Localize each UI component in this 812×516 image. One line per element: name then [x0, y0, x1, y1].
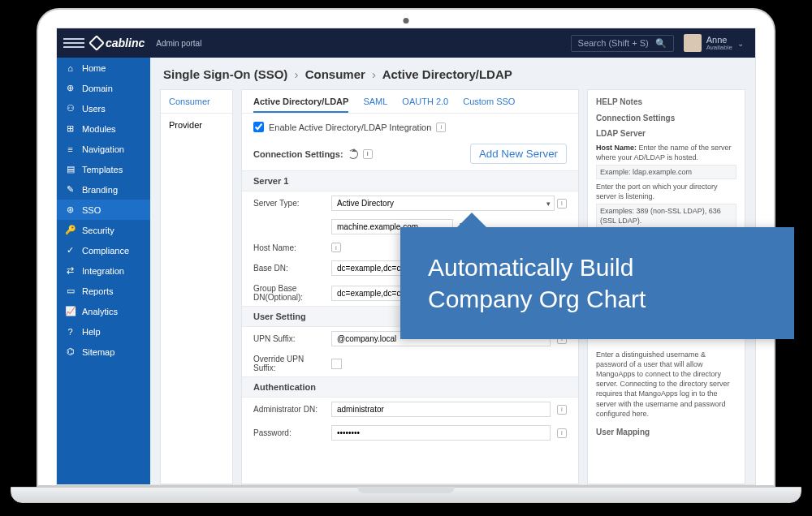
host-name-label: Host Name: — [253, 243, 325, 252]
laptop-base — [11, 487, 801, 503]
sidebar-item-sso[interactable]: ⊛SSO — [57, 200, 150, 220]
info-icon[interactable]: i — [363, 149, 373, 159]
info-icon[interactable]: i — [557, 428, 567, 438]
users-icon: ⚇ — [65, 103, 76, 114]
help-title: HELP Notes — [596, 97, 736, 108]
server-type-label: Server Type: — [253, 199, 325, 208]
nav-icon: ≡ — [65, 144, 76, 154]
sidebar-item-label: Templates — [82, 165, 123, 174]
admin-dn-label: Administrator DN: — [253, 405, 325, 414]
enable-adldap-checkbox[interactable] — [253, 122, 264, 132]
override-upn-label: Override UPN Suffix: — [253, 355, 325, 372]
sidebar-item-label: Reports — [82, 286, 114, 296]
help-user-mapping: User Mapping — [596, 427, 736, 438]
sidebar-item-label: Users — [82, 104, 106, 114]
server-1-header: Server 1 — [242, 170, 578, 191]
chevron-down-icon: ⌄ — [737, 39, 744, 48]
crumb-sso[interactable]: Single Sign-On (SSO) — [163, 67, 287, 81]
search-placeholder: Search (Shift + S) — [578, 38, 649, 48]
override-upn-checkbox[interactable] — [331, 359, 342, 369]
sidebar: ⌂Home ⊕Domain ⚇Users ⊞Modules ≡Navigatio… — [57, 58, 150, 484]
user-menu[interactable]: Anne Available ⌄ — [684, 34, 744, 52]
analytics-icon: 📈 — [65, 306, 76, 316]
admin-dn-input[interactable] — [331, 402, 551, 417]
info-icon[interactable]: i — [436, 123, 446, 132]
help-host-lbl: Host Name: — [596, 144, 637, 152]
globe-icon: ⊕ — [65, 83, 76, 93]
enable-adldap-label: Enable Active Directory/LDAP Integration — [269, 123, 431, 132]
authentication-header: Authentication — [242, 376, 578, 398]
info-icon[interactable]: i — [557, 405, 567, 415]
left-item-consumer[interactable]: Consumer — [161, 90, 232, 114]
upn-suffix-label: UPN Suffix: — [253, 334, 325, 343]
info-icon[interactable]: i — [331, 243, 341, 252]
laptop-notch — [357, 487, 455, 493]
portal-label: Admin portal — [156, 39, 201, 48]
sitemap-icon: ⌬ — [65, 346, 76, 357]
sidebar-item-modules[interactable]: ⊞Modules — [57, 118, 150, 139]
sidebar-item-label: Security — [82, 226, 114, 235]
help-auth-txt: Enter a distinguished username & passwor… — [596, 350, 736, 419]
modules-icon: ⊞ — [65, 123, 76, 134]
shield-icon: ✓ — [65, 245, 76, 256]
sso-tabs: Active Directory/LDAP SAML OAUTH 2.0 Cus… — [242, 90, 578, 114]
crumb-consumer[interactable]: Consumer — [305, 67, 365, 81]
refresh-icon[interactable] — [348, 149, 358, 159]
password-input[interactable] — [331, 425, 551, 441]
sidebar-item-sitemap[interactable]: ⌬Sitemap — [57, 342, 150, 362]
sidebar-item-branding[interactable]: ✎Branding — [57, 179, 150, 200]
templates-icon: ▤ — [65, 164, 76, 174]
consumer-provider-list: Consumer Provider — [160, 89, 233, 484]
branding-icon: ✎ — [65, 184, 76, 195]
search-icon: 🔍 — [655, 38, 667, 49]
sidebar-item-label: Integration — [82, 266, 124, 276]
sidebar-item-compliance[interactable]: ✓Compliance — [57, 240, 150, 260]
sidebar-item-integration[interactable]: ⇄Integration — [57, 260, 150, 281]
key-icon: 🔑 — [65, 225, 76, 235]
sidebar-item-navigation[interactable]: ≡Navigation — [57, 139, 150, 159]
callout-line1: Automatically Build — [428, 252, 767, 283]
tab-oauth[interactable]: OAUTH 2.0 — [402, 97, 448, 113]
sidebar-item-label: Domain — [82, 84, 113, 93]
base-dn-label: Base DN: — [253, 264, 325, 273]
sidebar-item-help[interactable]: ?Help — [57, 321, 150, 342]
user-status: Available — [706, 45, 732, 51]
brand-name: cablinc — [106, 37, 145, 49]
password-label: Password: — [253, 428, 325, 437]
tab-custom[interactable]: Custom SSO — [463, 97, 515, 113]
help-ldap-server: LDAP Server — [596, 128, 736, 140]
tab-saml[interactable]: SAML — [363, 97, 387, 113]
sidebar-item-templates[interactable]: ▤Templates — [57, 159, 150, 179]
help-icon: ? — [65, 326, 76, 337]
sso-icon: ⊛ — [65, 204, 76, 215]
sidebar-item-label: Analytics — [82, 307, 118, 316]
sidebar-item-label: Sitemap — [82, 347, 114, 357]
sidebar-item-label: Help — [82, 327, 101, 337]
sidebar-item-reports[interactable]: ▭Reports — [57, 281, 150, 301]
help-example-ports: Examples: 389 (non-SSL LDAP), 636 (SSL L… — [596, 204, 736, 228]
info-icon[interactable]: i — [557, 199, 567, 209]
brand-logo-icon — [89, 35, 105, 51]
add-server-button[interactable]: Add New Server — [470, 144, 567, 164]
sidebar-item-label: SSO — [82, 205, 101, 215]
server-type-select[interactable]: Active Directory — [331, 196, 555, 211]
brand[interactable]: cablinc — [91, 37, 145, 49]
sidebar-item-domain[interactable]: ⊕Domain — [57, 78, 150, 98]
app-header: cablinc Admin portal Search (Shift + S) … — [57, 28, 755, 58]
user-name: Anne — [706, 36, 732, 45]
left-item-provider[interactable]: Provider — [161, 114, 232, 136]
sidebar-item-analytics[interactable]: 📈Analytics — [57, 301, 150, 321]
tab-adldap[interactable]: Active Directory/LDAP — [253, 97, 348, 113]
sidebar-item-home[interactable]: ⌂Home — [57, 58, 150, 78]
connection-settings-label: Connection Settings: — [253, 149, 343, 159]
breadcrumb: Single Sign-On (SSO) › Consumer › Active… — [150, 58, 755, 89]
sidebar-item-users[interactable]: ⚇Users — [57, 98, 150, 118]
sidebar-item-label: Modules — [82, 124, 116, 134]
menu-icon[interactable] — [63, 38, 84, 48]
help-port-txt: Enter the port on which your directory s… — [596, 182, 736, 201]
search-input[interactable]: Search (Shift + S) 🔍 — [571, 35, 674, 52]
sidebar-item-label: Compliance — [82, 246, 129, 256]
sidebar-item-label: Home — [82, 63, 106, 73]
sidebar-item-label: Navigation — [82, 144, 124, 154]
sidebar-item-security[interactable]: 🔑Security — [57, 220, 150, 240]
